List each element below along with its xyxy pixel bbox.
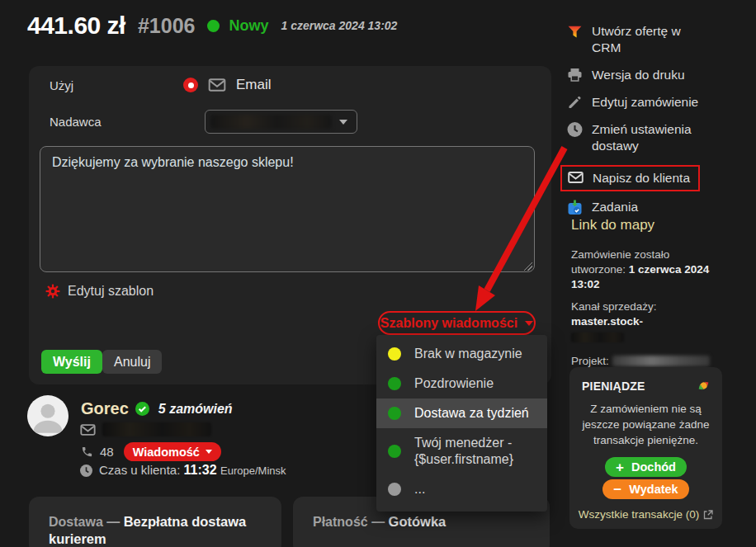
action-write-to-client[interactable]: Napisz do klienta [560,165,700,191]
message-customer-button[interactable]: Wiadomość [124,442,221,461]
order-actions-menu: Utwórz ofertę w CRM Wersja do druku Edyt… [567,23,721,226]
use-label: Użyj [50,78,73,92]
pencil-icon [567,95,583,110]
customer-email-row [80,422,211,436]
all-transactions-link[interactable]: Wszystkie transakcje (0) [569,508,722,521]
action-label: Edytuj zamówienie [592,94,698,111]
sender-select[interactable] [205,110,357,134]
sales-channel-label: Kanał sprzedaży: [571,300,657,313]
action-print-version[interactable]: Wersja do druku [567,67,721,83]
map-link[interactable]: Link do mapy [571,217,654,233]
sales-channel-line: Kanał sprzedaży: master.stock- [571,299,725,342]
action-label: Wersja do druku [592,67,685,83]
money-buttons: + Dochód − Wydatek [569,457,722,499]
order-page: 441.60 zł #1006 Nowy 1 czerwca 2024 13:0… [0,0,756,547]
channel-email-option[interactable]: Email [183,77,272,93]
sender-redacted-value [210,115,332,129]
customer-avatar [27,395,69,436]
sales-channel-value: master.stock- [571,315,643,328]
expense-button[interactable]: − Wydatek [602,479,688,499]
radio-selected-icon[interactable] [183,78,198,92]
template-item-more[interactable]: ... [376,474,547,504]
money-card-title: PIENIĄDZE [582,380,645,393]
chevron-down-icon [525,321,533,326]
message-customer-label: Wiadomość [133,446,200,459]
envelope-icon [80,424,96,436]
channel-email-label: Email [236,77,272,93]
template-item-label: Dostawa za tydzień [414,405,529,422]
template-item-label: Twój menedżer - {$user.firstname} [414,435,532,468]
edit-template-label: Edytuj szablon [68,284,154,299]
delivery-card[interactable]: Dostawa — Bezpłatna dostawa kurierem [29,497,281,547]
project-label: Projekt: [571,355,612,367]
message-textarea[interactable]: Dziękujemy za wybranie naszego sklepu! [40,146,535,272]
plus-icon: + [616,460,624,474]
status-badge: Nowy [229,17,268,35]
chevron-down-icon [339,120,347,125]
all-transactions-label: Wszystkie transakcje (0) [579,508,699,521]
customer-email-redacted [102,422,211,436]
template-item-greeting[interactable]: Pozdrowienie [376,369,547,398]
template-item-label: Brak w magazynie [414,346,522,362]
message-templates-button[interactable]: Szablony wiadomości [378,311,536,335]
person-icon [27,395,69,436]
edit-template-link[interactable]: Edytuj szablon [45,284,154,299]
order-date: 1 czerwca 2024 13:02 [281,19,397,32]
status-dot-icon [388,483,401,496]
email-channel-icon [208,78,226,92]
cancel-button[interactable]: Anuluj [102,350,162,374]
order-number: #1006 [138,14,196,38]
gear-icon [45,284,60,299]
customer-name[interactable]: Gorec [81,399,129,418]
customer-time-row: Czas u klienta: 11:32 Europe/Minsk [80,463,286,478]
phone-icon [81,446,93,458]
income-button[interactable]: + Dochód [605,457,687,477]
order-total: 441.60 zł [27,12,125,40]
candy-icon [696,378,711,394]
printer-icon [567,68,583,83]
action-label: Napisz do klienta [593,170,690,186]
send-button[interactable]: Wyślij [41,350,102,374]
action-edit-order[interactable]: Edytuj zamówienie [567,94,721,111]
action-tasks[interactable]: Zadania [567,199,721,215]
clock-icon [80,464,92,477]
chevron-down-icon [206,450,212,454]
project-redacted [612,356,710,366]
action-create-crm-offer[interactable]: Utwórz ofertę w CRM [567,23,721,56]
money-card-header: PIENIĄDZE [569,367,722,394]
status-dot-icon [388,377,401,390]
sales-channel-redacted [571,332,624,342]
status-dot-icon [388,445,401,458]
income-button-label: Dochód [631,460,676,474]
customer-name-row: Gorec 5 zamówień [81,399,233,418]
payment-value: Gotówka [389,514,447,529]
message-templates-button-label: Szablony wiadomości [380,316,517,331]
action-change-delivery-settings[interactable]: Zmień ustawienia dostawy [567,121,721,154]
clock-icon [567,122,583,137]
tasks-icon [567,200,583,215]
external-link-icon [703,510,713,520]
status-dot-icon [388,407,401,420]
client-time-value: 11:32 [184,463,217,477]
delivery-label: Dostawa — [49,515,124,529]
money-empty-text: Z zamówieniem nie są jeszcze powiązane ż… [579,401,713,448]
minus-icon: − [613,483,621,497]
payment-label: Płatność — [313,515,389,529]
order-header: 441.60 zł #1006 Nowy 1 czerwca 2024 13:0… [27,12,397,40]
template-item-delivery-week[interactable]: Dostawa za tydzień [376,398,547,428]
sender-label: Nadawca [50,115,102,129]
template-item-label: Pozdrowienie [414,375,494,392]
status-dot-icon [207,20,220,32]
template-item-your-manager[interactable]: Twój menedżer - {$user.firstname} [376,428,547,474]
template-item-out-of-stock[interactable]: Brak w magazynie [376,339,547,369]
customer-phone-row: 48 Wiadomość [81,442,221,461]
client-timezone: Europe/Minsk [220,464,286,477]
envelope-icon [568,171,584,184]
order-created-line: Zamówienie zostało utworzone: 1 czerwca … [571,248,725,292]
client-time-label: Czas u klienta: [99,463,184,477]
templates-dropdown-menu: Brak w magazynie Pozdrowienie Dostawa za… [376,335,547,512]
funnel-icon [567,24,583,40]
action-label: Zadania [592,199,638,215]
action-label: Zmień ustawienia dostawy [592,121,711,154]
expense-button-label: Wydatek [629,483,678,496]
